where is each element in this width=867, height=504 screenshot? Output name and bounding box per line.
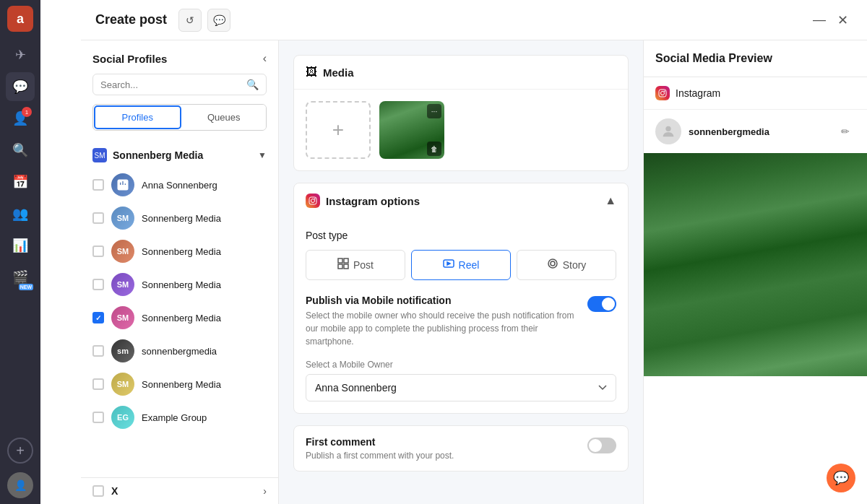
preview-image-content <box>644 153 867 376</box>
profile-name: Sonnenberg Media <box>142 279 221 290</box>
profile-checkbox[interactable] <box>92 345 104 357</box>
profile-item[interactable]: EG Example Group <box>81 401 278 434</box>
preview-avatar <box>655 118 681 144</box>
profile-name: sonnenbergmedia <box>142 346 217 357</box>
preview-post-header: sonnenbergmedia ✏ <box>644 110 867 153</box>
profile-item[interactable]: Anna Sonnenberg <box>81 168 278 201</box>
profile-item[interactable]: SM Sonnenberg Media <box>81 301 278 334</box>
profile-checkbox[interactable] <box>92 179 104 191</box>
reel-icon <box>443 258 454 272</box>
mobile-notification-info: Publish via Mobile notification Select t… <box>306 295 576 348</box>
collapse-profiles-button[interactable]: ‹ <box>263 52 267 65</box>
mobile-owner-select[interactable]: Anna Sonnenberg <box>306 374 616 401</box>
preview-platform-name: Instagram <box>676 87 720 99</box>
avatar: sm <box>111 339 134 362</box>
nav-analytics[interactable]: 👤 1 <box>6 104 35 133</box>
profile-item[interactable]: SM Sonnenberg Media <box>81 235 278 268</box>
group-name: Sonnenberg Media <box>113 149 252 161</box>
nav-search[interactable]: 🔍 <box>6 136 35 165</box>
svg-rect-11 <box>659 90 666 97</box>
mobile-notification-toggle[interactable] <box>587 296 616 312</box>
undo-button[interactable]: ↺ <box>178 9 202 32</box>
search-icon: 🔍 <box>246 79 259 90</box>
bottom-next-arrow[interactable]: › <box>263 485 267 497</box>
post-type-story-button[interactable]: Story <box>517 250 616 280</box>
mobile-notification-description: Select the mobile owner who should recei… <box>306 309 576 348</box>
svg-point-14 <box>665 126 670 131</box>
modal-header: Create post ↺ 💬 — ✕ <box>81 0 867 40</box>
first-comment-toggle[interactable] <box>587 438 616 453</box>
profile-item[interactable]: sm sonnenbergmedia <box>81 334 278 368</box>
mobile-notification-label: Publish via Mobile notification <box>306 295 576 306</box>
preview-panel-title: Social Media Preview <box>644 40 867 77</box>
avatar: SM <box>111 306 134 329</box>
post-type-post-button[interactable]: Post <box>306 250 405 280</box>
modal-body: Social Profiles ‹ 🔍 Profiles Queues SM S… <box>81 40 867 504</box>
profile-item[interactable]: SM Sonnenberg Media <box>81 368 278 401</box>
profile-checkbox[interactable] <box>92 246 104 257</box>
preview-image <box>644 153 867 376</box>
nav-calendar[interactable]: 📅 <box>6 168 35 196</box>
dropdown-label: Select a Mobile Owner <box>306 360 616 370</box>
media-section-content: + ··· 🗑 <box>294 90 628 170</box>
avatar: SM <box>111 240 134 263</box>
minimize-button[interactable]: — <box>809 10 829 30</box>
close-button[interactable]: ✕ <box>832 10 853 30</box>
thumbnail-delete-button[interactable]: 🗑 <box>427 142 441 156</box>
first-comment-info: First comment Publish a first comment wi… <box>306 436 454 461</box>
nav-reports[interactable]: 📊 <box>6 231 35 260</box>
tab-queues[interactable]: Queues <box>182 105 267 130</box>
app-logo[interactable]: a <box>7 6 33 32</box>
add-media-button[interactable]: + <box>306 101 371 159</box>
tab-profiles[interactable]: Profiles <box>94 105 181 129</box>
svg-point-3 <box>314 199 315 199</box>
nav-send[interactable]: ✈ <box>6 40 35 69</box>
instagram-options-title: Instagram options <box>326 195 420 207</box>
preview-platform: Instagram <box>644 77 867 110</box>
media-section: 🖼 Media + ··· 🗑 <box>293 55 629 171</box>
profiles-bottom-bar: X › <box>81 477 278 504</box>
profile-checkbox[interactable] <box>92 212 104 224</box>
preview-panel: Social Media Preview Instagram <box>643 40 867 504</box>
modal-title: Create post <box>95 12 167 27</box>
group-chevron-icon: ▼ <box>258 150 267 160</box>
svg-point-2 <box>311 199 315 203</box>
profile-checkbox[interactable] <box>92 279 104 290</box>
profile-item[interactable]: SM Sonnenberg Media <box>81 268 278 301</box>
ig-collapse-icon: ▲ <box>605 194 616 207</box>
profile-name: Anna Sonnenberg <box>142 180 217 191</box>
chat-bubble-button[interactable]: 💬 <box>827 464 855 492</box>
nav-user-avatar[interactable]: 👤 <box>7 472 33 498</box>
profile-name: Sonnenberg Media <box>142 246 221 257</box>
profile-checkbox[interactable] <box>92 412 104 423</box>
group-header[interactable]: SM Sonnenberg Media ▼ <box>81 142 278 168</box>
profile-name: Example Group <box>142 412 207 423</box>
mobile-owner-dropdown-wrapper: Select a Mobile Owner Anna Sonnenberg <box>306 360 616 401</box>
mobile-notification-row: Publish via Mobile notification Select t… <box>306 295 616 348</box>
bottom-label: X <box>111 485 256 497</box>
nav-add-button[interactable]: + <box>7 438 33 464</box>
thumbnail-menu-button[interactable]: ··· <box>427 104 441 118</box>
profile-item[interactable]: SM Sonnenberg Media <box>81 201 278 235</box>
post-type-reel-label: Reel <box>459 259 480 271</box>
nav-team[interactable]: 👥 <box>6 199 35 228</box>
nav-badge: 1 <box>22 107 32 117</box>
nav-media[interactable]: 🎬 NEW <box>6 263 35 292</box>
svg-point-10 <box>551 261 555 266</box>
preview-instagram-icon <box>655 86 670 100</box>
search-input[interactable] <box>100 79 241 90</box>
preview-username: sonnenbergmedia <box>689 126 828 137</box>
profile-checkbox[interactable] <box>92 312 104 323</box>
nav-compose[interactable]: 💬 <box>6 72 35 101</box>
preview-edit-button[interactable]: ✏ <box>835 121 855 142</box>
instagram-options-section: Instagram options ▲ Post type <box>293 183 629 414</box>
post-type-buttons: Post Reel <box>306 250 616 280</box>
profile-checkbox[interactable] <box>92 378 104 390</box>
ig-header-left: Instagram options <box>306 194 420 208</box>
instagram-options-body: Post type Post <box>294 218 628 413</box>
preview-toggle-button[interactable]: 💬 <box>207 9 230 32</box>
bottom-all-checkbox[interactable] <box>92 485 104 497</box>
profile-list: Anna Sonnenberg SM Sonnenberg Media SM <box>81 168 278 477</box>
post-type-reel-button[interactable]: Reel <box>411 250 511 280</box>
instagram-options-header[interactable]: Instagram options ▲ <box>294 183 628 218</box>
